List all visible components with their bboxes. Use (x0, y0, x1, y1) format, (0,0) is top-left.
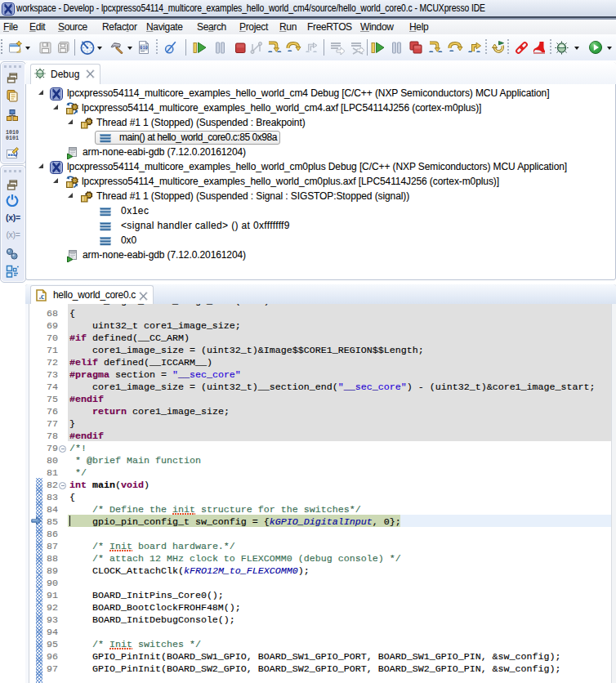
svg-text:.c: .c (39, 292, 45, 301)
svg-text:0101: 0101 (6, 136, 19, 141)
svg-text:010: 010 (140, 46, 148, 51)
svg-text:1010: 1010 (6, 130, 19, 136)
